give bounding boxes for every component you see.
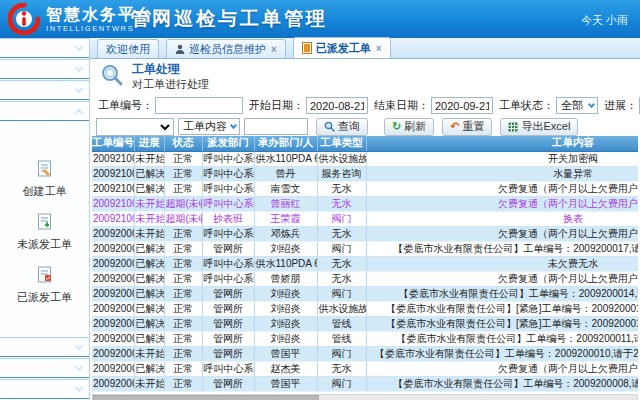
table-row[interactable]: 2009200006未开始正常呼叫中心系统邹见喜服务咨询水量异常 (92, 391, 638, 392)
sidebar-item-supervision-mgmt[interactable]: 监查管理 (0, 337, 89, 357)
table-row[interactable]: 2009200010未开始正常管网所曾国平阀门【娄底市水业有限责任公司】工单编号… (92, 346, 638, 361)
table-row[interactable]: 2009200012已解决正常管网所刘绍炎管线【娄底市水业有限责任公司】[紧急]… (92, 316, 638, 331)
sidebar-item-dispatched-workorder[interactable]: 已派发工单 (0, 266, 89, 305)
tab-bar: 欢迎使用 巡检员信息维护 × 已派发工单 × (90, 38, 640, 59)
cell-progress: 已解决 (134, 181, 164, 196)
close-tab-icon[interactable]: × (271, 44, 277, 55)
cell-no: 2009210001 (92, 211, 134, 226)
table-row[interactable]: 2009210005未开始正常呼叫中心系统供水110PDA 61870供水设施故… (92, 151, 638, 166)
field-category-select[interactable] (96, 118, 174, 136)
table-row[interactable]: 2009200016已解决正常呼叫中心系统供水110PDA 61870无水未欠费… (92, 256, 638, 271)
tab-welcome[interactable]: 欢迎使用 (97, 39, 159, 58)
cell-no: 2009210005 (92, 151, 134, 166)
table-row[interactable]: 2009210004已解决正常呼叫中心系统曾丹服务咨询水量异常 (92, 166, 638, 181)
cell-no: 2009200013 (92, 301, 134, 316)
cell-no: 2009200008 (92, 376, 134, 391)
column-header[interactable]: 状态 (164, 136, 202, 151)
app-window: 智慧水务平台 INTELLIGENTWRS 管网巡检与工单管理 今天 小雨 巡检… (0, 0, 640, 400)
horizontal-scrollbar[interactable] (92, 394, 638, 400)
search-field-select[interactable]: 工单内容 (178, 118, 240, 135)
cell-type: 服务咨询 (317, 166, 366, 181)
close-tab-icon[interactable]: × (376, 43, 382, 54)
cell-dispatch: 呼叫中心系统 (202, 226, 254, 241)
cell-content: 换表 (366, 211, 638, 226)
cell-progress: 已解决 (134, 256, 164, 271)
cell-status: 正常 (164, 241, 202, 256)
search-button[interactable]: 查询 (316, 118, 368, 136)
table-row[interactable]: 2009200014已解决正常管网所刘绍炎阀门【娄底市水业有限责任公司】工单编号… (92, 286, 638, 301)
sidebar: 巡检员管理 设备管理 巡检计划 工单管理 创建工单 (0, 38, 90, 400)
cell-content: 欠费复通（两个月以上欠费用户） (366, 271, 638, 286)
table-row[interactable]: 2009210003已解决正常呼叫中心系统南雪文无水欠费复通（两个月以上欠费用户… (92, 181, 638, 196)
cell-handler: 曾国平 (254, 376, 317, 391)
magnifier-icon (100, 63, 124, 91)
excel-icon (508, 122, 518, 132)
cell-content: 未欠费无水 (366, 256, 638, 271)
table-row[interactable]: 2009210001未开始超期(未收到)抄表班王荣霞阀门换表 (92, 211, 638, 226)
cell-handler: 南雪文 (254, 181, 317, 196)
refresh-button[interactable]: ↻ 刷新 (384, 118, 434, 136)
sidebar-item-undispatched-workorder[interactable]: 未派发工单 (0, 213, 89, 252)
cell-dispatch: 呼叫中心系统 (202, 256, 254, 271)
cell-progress: 未开始 (134, 376, 164, 391)
sidebar-item-create-workorder[interactable]: 创建工单 (0, 160, 89, 199)
table-row[interactable]: 2009200009已解决正常呼叫中心系统赵杰美无水欠费复通（两个月以上欠费用户… (92, 361, 638, 376)
table-row[interactable]: 2009200015已解决正常呼叫中心系统曾娇朋无水欠费复通（两个月以上欠费用户… (92, 271, 638, 286)
sidebar-item-report-mgmt[interactable]: 报表管理 (0, 358, 89, 378)
cell-type: 阀门 (317, 211, 366, 226)
cell-handler: 供水110PDA 61870 (254, 151, 317, 166)
tab-inspector-info[interactable]: 巡检员信息维护 × (166, 39, 286, 58)
reset-button[interactable]: ↶ 重置 (442, 118, 492, 136)
column-header[interactable]: 进展 (134, 136, 164, 151)
status-select[interactable]: 全部 (556, 97, 598, 114)
scrollbar-thumb[interactable] (93, 395, 319, 400)
section-subtitle: 对工单进行处理 (132, 77, 209, 91)
start-date-input[interactable] (306, 97, 368, 114)
column-header[interactable]: 工单内容 (366, 136, 638, 151)
table-row[interactable]: 2009200018未开始正常呼叫中心系统邓炼兵无水欠费复通（两个月以上欠费用户… (92, 226, 638, 241)
export-excel-button[interactable]: 导出Excel (500, 118, 578, 136)
chevron-down-icon (75, 362, 83, 370)
tab-content: 工单处理 对工单进行处理 工单编号： 开始日期： 结束日期： 工单状态： 全部 … (90, 60, 640, 400)
cell-progress: 已解决 (134, 271, 164, 286)
column-header[interactable]: 工单编号 (92, 136, 134, 151)
cell-content: 水量异常 (366, 166, 638, 181)
cell-handler: 曾国平 (254, 346, 317, 361)
end-date-input[interactable] (431, 97, 493, 114)
progress-label: 进展： (604, 98, 637, 113)
cell-type: 阀门 (317, 346, 366, 361)
sidebar-item-pipenet-data[interactable]: 管网数据维护 (0, 379, 89, 399)
cell-progress: 未开始 (134, 226, 164, 241)
sidebar-item-inspector-mgmt[interactable]: 巡检员管理 (0, 38, 89, 58)
filter-row-1: 工单编号： 开始日期： 结束日期： 工单状态： 全部 进展： 全部 工单类型： (92, 96, 640, 115)
cell-no: 2009200016 (92, 256, 134, 271)
table-row[interactable]: 2009200011已解决正常管网所刘绍炎管线【娄底市水业有限责任公司】工单编号… (92, 331, 638, 346)
cell-type: 无水 (317, 181, 366, 196)
cell-handler: 刘绍炎 (254, 241, 317, 256)
cell-no: 2009200011 (92, 331, 134, 346)
column-header[interactable]: 承办部门/人 (254, 136, 317, 151)
cell-progress: 未开始 (134, 196, 164, 211)
table-row[interactable]: 2009200013已解决正常管网所刘绍炎供水设施故障【娄底市水业有限责任公司】… (92, 301, 638, 316)
table-row[interactable]: 2009200017已解决正常管网所刘绍炎阀门【娄底市水业有限责任公司】工单编号… (92, 241, 638, 256)
sidebar-item-inspection-plan[interactable]: 巡检计划 (0, 80, 89, 100)
refresh-icon: ↻ (392, 121, 401, 132)
cell-status: 正常 (164, 301, 202, 316)
chevron-up-icon (75, 108, 83, 116)
cell-dispatch: 抄表班 (202, 211, 254, 226)
cell-dispatch: 呼叫中心系统 (202, 271, 254, 286)
table-row[interactable]: 2009210002未开始超期(未收到)呼叫中心系统曾丽红无水欠费复通（两个月以… (92, 196, 638, 211)
keyword-input[interactable] (244, 118, 308, 135)
cell-status: 超期(未收到) (164, 196, 202, 211)
cell-progress: 已解决 (134, 166, 164, 181)
cell-content: 【娄底市水业有限责任公司】工单编号：2009200010,请于2020年9月20… (366, 346, 638, 361)
table-header-row: 工单编号进展状态派发部门承办部门/人工单类型工单内容 (92, 136, 638, 151)
table-row[interactable]: 2009200008未开始正常管网所曾国平阀门【娄底市水业有限责任公司】工单编号… (92, 376, 638, 391)
cell-progress: 未开始 (134, 211, 164, 226)
tab-dispatched-workorder[interactable]: 已派发工单 × (293, 37, 391, 58)
column-header[interactable]: 工单类型 (317, 136, 366, 151)
column-header[interactable]: 派发部门 (202, 136, 254, 151)
order-no-input[interactable] (155, 97, 243, 114)
sidebar-item-workorder-mgmt[interactable]: 工单管理 (0, 101, 89, 121)
sidebar-item-device-mgmt[interactable]: 设备管理 (0, 59, 89, 79)
